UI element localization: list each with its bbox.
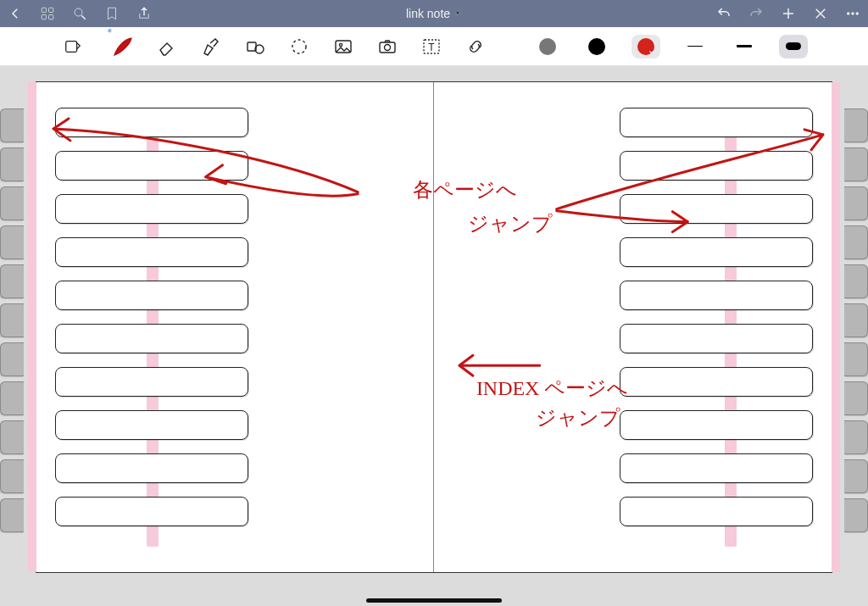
stroke-width-2[interactable] — [730, 35, 759, 58]
redo-button[interactable] — [748, 5, 765, 22]
notebook: 各ページへ ジャンプ INDEX ページへ ジャンプ — [36, 81, 832, 573]
side-tab[interactable] — [0, 264, 24, 298]
svg-line-5 — [81, 15, 86, 19]
index-slot[interactable] — [55, 194, 248, 224]
eraser-tool[interactable] — [155, 35, 179, 58]
highlighter-tool[interactable] — [199, 35, 223, 58]
svg-rect-1 — [49, 8, 53, 12]
index-slot[interactable] — [620, 410, 813, 440]
side-tab[interactable] — [0, 420, 24, 454]
side-tab[interactable] — [0, 498, 24, 532]
bluetooth-icon: ✳ — [107, 27, 113, 35]
bookmark-button[interactable] — [103, 5, 120, 22]
stroke-width-1[interactable] — [681, 35, 709, 58]
index-slot[interactable] — [55, 453, 248, 483]
index-slot[interactable] — [620, 497, 813, 526]
link-tool[interactable] — [464, 35, 487, 58]
stroke-color-3[interactable] — [632, 35, 660, 58]
document-title: link note — [406, 7, 450, 20]
svg-point-12 — [856, 13, 859, 15]
page-left[interactable] — [36, 82, 434, 572]
side-tab[interactable] — [0, 186, 24, 220]
toolbar: ✳ T — [0, 27, 868, 66]
side-tab[interactable] — [844, 186, 868, 220]
thumbnails-button[interactable] — [39, 5, 56, 22]
stroke-color-2[interactable] — [582, 35, 611, 58]
svg-rect-3 — [49, 15, 53, 19]
search-button[interactable] — [71, 5, 88, 22]
index-slot[interactable] — [55, 108, 248, 137]
page-right[interactable] — [434, 82, 832, 572]
side-tab[interactable] — [844, 303, 868, 337]
index-slot[interactable] — [620, 453, 813, 483]
canvas-area[interactable]: 各ページへ ジャンプ INDEX ページへ ジャンプ — [0, 66, 868, 606]
color-swatch — [539, 38, 556, 55]
index-slot[interactable] — [620, 194, 813, 224]
side-tab[interactable] — [844, 264, 868, 298]
pen-tool[interactable] — [111, 35, 135, 58]
color-swatch — [588, 38, 605, 55]
home-indicator[interactable] — [366, 598, 502, 603]
index-slot[interactable] — [620, 367, 813, 397]
side-tab[interactable] — [0, 459, 24, 493]
index-slot[interactable] — [620, 237, 813, 267]
undo-button[interactable] — [715, 5, 732, 22]
side-tab[interactable] — [844, 147, 868, 181]
index-slot[interactable] — [55, 497, 248, 526]
index-slot[interactable] — [55, 237, 248, 267]
svg-point-16 — [292, 40, 306, 53]
index-slots-left — [55, 108, 248, 526]
edge-marker-right — [832, 82, 840, 572]
side-tabs-left — [0, 108, 24, 532]
side-tab[interactable] — [844, 381, 868, 415]
document-title-button[interactable]: link note — [153, 7, 715, 20]
readonly-toggle-button[interactable] — [61, 35, 85, 58]
svg-point-20 — [384, 44, 390, 50]
side-tab[interactable] — [844, 420, 868, 454]
stroke-color-1[interactable] — [533, 35, 562, 58]
text-tool[interactable]: T — [420, 35, 443, 58]
side-tabs-right — [844, 108, 868, 532]
side-tab[interactable] — [0, 225, 24, 259]
svg-rect-13 — [65, 41, 76, 52]
add-button[interactable] — [780, 5, 797, 22]
side-tab[interactable] — [0, 342, 24, 376]
chevron-down-icon — [453, 7, 462, 20]
svg-point-4 — [75, 8, 82, 16]
image-tool[interactable] — [331, 35, 355, 58]
side-tab[interactable] — [0, 147, 24, 181]
svg-rect-2 — [42, 15, 46, 19]
back-button[interactable] — [7, 5, 24, 22]
index-slot[interactable] — [620, 151, 813, 181]
stroke-width-3[interactable] — [779, 35, 808, 58]
side-tab[interactable] — [844, 225, 868, 259]
index-slot[interactable] — [55, 324, 248, 353]
side-tab[interactable] — [844, 459, 868, 493]
close-button[interactable] — [812, 5, 829, 22]
side-tab[interactable] — [844, 342, 868, 376]
svg-text:T: T — [428, 42, 435, 53]
index-slot[interactable] — [55, 151, 248, 181]
svg-point-10 — [847, 13, 849, 15]
side-tab[interactable] — [844, 108, 868, 142]
camera-tool[interactable] — [376, 35, 399, 58]
side-tab[interactable] — [0, 303, 24, 337]
share-button[interactable] — [136, 5, 153, 22]
lasso-tool[interactable] — [287, 35, 311, 58]
index-slot[interactable] — [620, 324, 813, 353]
index-slots-right — [620, 108, 813, 526]
index-slot[interactable] — [55, 410, 248, 440]
side-tab[interactable] — [844, 498, 868, 532]
edge-marker-left — [28, 82, 36, 572]
side-tab[interactable] — [0, 381, 24, 415]
shape-tool[interactable] — [243, 35, 267, 58]
index-slot[interactable] — [620, 281, 813, 310]
svg-point-18 — [339, 43, 342, 46]
index-slot[interactable] — [55, 281, 248, 310]
svg-rect-19 — [380, 42, 395, 53]
more-button[interactable] — [844, 5, 861, 22]
side-tab[interactable] — [0, 108, 24, 142]
svg-point-11 — [852, 13, 854, 15]
index-slot[interactable] — [55, 367, 248, 397]
index-slot[interactable] — [620, 108, 813, 137]
